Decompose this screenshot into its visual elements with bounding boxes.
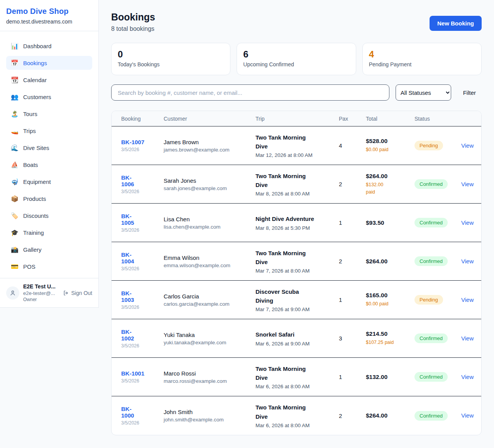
total-amount: $93.50 xyxy=(366,219,409,226)
sidebar-item-bookings[interactable]: 📅 Bookings xyxy=(6,56,92,70)
view-link[interactable]: View xyxy=(461,374,474,380)
status-badge: Confirmed xyxy=(414,333,448,343)
status-badge: Confirmed xyxy=(414,256,448,266)
total-amount: $264.00 xyxy=(366,258,409,265)
view-link[interactable]: View xyxy=(461,219,474,226)
sidebar-item-customers[interactable]: 👥 Customers xyxy=(6,90,92,104)
sidebar-item-dashboard[interactable]: 📊 Dashboard xyxy=(6,39,92,53)
booking-number-link[interactable]: BK- 1003 xyxy=(121,290,134,303)
total-amount: $264.00 xyxy=(366,412,409,419)
booking-number-link[interactable]: BK- 1002 xyxy=(121,328,134,342)
table-row: BK-1001 3/5/2026 Marco Rossi marco.rossi… xyxy=(112,358,481,396)
user-box: E2E Test U... e2e-tester@... Owner Sign … xyxy=(0,278,98,307)
pax-count: 4 xyxy=(339,142,366,149)
table-row: BK- 1003 3/5/2026 Carlos Garcia carlos.g… xyxy=(112,281,481,319)
sidebar-item-products[interactable]: 📦 Products xyxy=(6,192,92,205)
column-header-trip: Trip xyxy=(255,116,339,122)
view-link[interactable]: View xyxy=(461,258,474,264)
column-header-customer: Customer xyxy=(164,116,255,122)
booking-number-link[interactable]: BK- 1005 xyxy=(121,213,134,226)
stat-card-pending-payment: 4 Pending Payment xyxy=(362,43,482,75)
status-select[interactable]: All Statuses xyxy=(396,84,451,101)
logout-icon xyxy=(63,290,69,296)
stats-row: 0 Today's Bookings 6 Upcoming Confirmed … xyxy=(111,43,482,75)
stat-label: Today's Bookings xyxy=(118,61,224,67)
stat-value: 4 xyxy=(369,49,475,60)
status-badge: Pending xyxy=(414,141,443,150)
shop-domain: demo.test.divestreams.com xyxy=(6,19,92,25)
sidebar-item-label: Dashboard xyxy=(23,43,51,49)
trip-datetime: Mar 6, 2026 at 8:00 AM xyxy=(255,423,333,428)
filter-bar: All Statuses Filter xyxy=(111,84,482,101)
view-link[interactable]: View xyxy=(461,181,474,187)
sidebar-item-equipment[interactable]: 🤿 Equipment xyxy=(6,175,92,189)
customer-email: james.brown@example.com xyxy=(164,147,250,153)
view-link[interactable]: View xyxy=(461,412,474,419)
table-header-row: Booking Customer Trip Pax Total Status xyxy=(112,111,481,126)
gallery-icon: 📸 xyxy=(11,246,19,253)
total-amount: $264.00 xyxy=(366,173,409,180)
sidebar-item-label: Trips xyxy=(23,128,36,134)
sidebar-item-label: Dive Sites xyxy=(23,145,49,151)
booking-number-link[interactable]: BK- 1004 xyxy=(121,251,134,264)
view-link[interactable]: View xyxy=(461,296,474,303)
sidebar-item-label: Calendar xyxy=(23,77,47,83)
new-booking-button[interactable]: New Booking xyxy=(430,16,482,31)
user-icon xyxy=(9,290,16,296)
trip-name: Two Tank Morning Dive xyxy=(255,172,333,190)
trip-datetime: Mar 6, 2026 at 8:00 AM xyxy=(255,384,333,389)
customer-email: marco.rossi@example.com xyxy=(164,378,250,384)
customer-email: lisa.chen@example.com xyxy=(164,224,250,230)
paid-amount: $132.00 paid xyxy=(366,181,409,196)
trip-name: Snorkel Safari xyxy=(255,330,333,339)
trip-datetime: Mar 7, 2026 at 8:00 AM xyxy=(255,268,333,274)
column-header-pax: Pax xyxy=(339,116,366,122)
booking-number-link[interactable]: BK- 1000 xyxy=(121,406,134,419)
dashboard-icon: 📊 xyxy=(11,42,19,50)
booking-number-link[interactable]: BK-1001 xyxy=(121,370,144,377)
user-info: E2E Test U... e2e-tester@... Owner xyxy=(23,283,59,302)
stat-label: Pending Payment xyxy=(369,61,475,67)
trip-name: Night Dive Adventure xyxy=(255,214,333,223)
sidebar-item-training[interactable]: 🎓 Training xyxy=(6,226,92,239)
customer-email: carlos.garcia@example.com xyxy=(164,301,250,307)
sidebar-item-trips[interactable]: 🚤 Trips xyxy=(6,124,92,138)
sidebar-item-boats[interactable]: ⛵ Boats xyxy=(6,158,92,172)
sidebar-item-dive-sites[interactable]: 🌊 Dive Sites xyxy=(6,141,92,155)
column-header-total: Total xyxy=(366,116,414,122)
sidebar-item-label: Products xyxy=(23,195,46,202)
booking-date: 3/5/2026 xyxy=(121,420,158,426)
sidebar-item-pos[interactable]: 💳 POS xyxy=(6,259,92,273)
sidebar-nav: 📊 Dashboard 📅 Bookings 📆 Calendar 👥 Cust… xyxy=(0,31,98,278)
view-link[interactable]: View xyxy=(461,335,474,342)
paid-amount: $0.00 paid xyxy=(366,146,409,153)
sidebar-item-gallery[interactable]: 📸 Gallery xyxy=(6,243,92,256)
stat-card-todays-bookings: 0 Today's Bookings xyxy=(111,43,230,75)
shop-name: Demo Dive Shop xyxy=(6,7,92,16)
trips-icon: 🚤 xyxy=(11,127,19,135)
customer-name: Marco Rossi xyxy=(164,370,250,377)
sign-out-button[interactable]: Sign Out xyxy=(63,290,92,296)
sidebar-item-tours[interactable]: 🏝️ Tours xyxy=(6,107,92,121)
sidebar-item-discounts[interactable]: 🏷️ Discounts xyxy=(6,209,92,222)
view-link[interactable]: View xyxy=(461,142,474,149)
filter-button[interactable]: Filter xyxy=(457,86,482,99)
total-amount: $214.50 xyxy=(366,330,409,337)
main-content: Bookings 8 total bookings New Booking 0 … xyxy=(99,0,494,448)
sidebar-item-calendar[interactable]: 📆 Calendar xyxy=(6,73,92,87)
search-input[interactable] xyxy=(111,84,389,101)
bookings-table: Booking Customer Trip Pax Total Status B… xyxy=(111,111,482,435)
customer-email: john.smith@example.com xyxy=(164,417,250,423)
status-badge: Confirmed xyxy=(414,411,448,421)
total-amount: $165.00 xyxy=(366,292,409,299)
booking-number-link[interactable]: BK- 1006 xyxy=(121,174,134,187)
brand-block: Demo Dive Shop demo.test.divestreams.com xyxy=(0,0,98,31)
stat-value: 6 xyxy=(243,49,349,60)
customer-name: Emma Wilson xyxy=(164,254,250,261)
table-row: BK- 1004 3/5/2026 Emma Wilson emma.wilso… xyxy=(112,242,481,281)
trip-name: Two Tank Morning Dive xyxy=(255,403,333,421)
sidebar: Demo Dive Shop demo.test.divestreams.com… xyxy=(0,0,99,308)
booking-number-link[interactable]: BK-1007 xyxy=(121,139,144,145)
table-body: BK-1007 3/5/2026 James Brown james.brown… xyxy=(112,126,481,435)
table-row: BK- 1005 3/5/2026 Lisa Chen lisa.chen@ex… xyxy=(112,204,481,242)
